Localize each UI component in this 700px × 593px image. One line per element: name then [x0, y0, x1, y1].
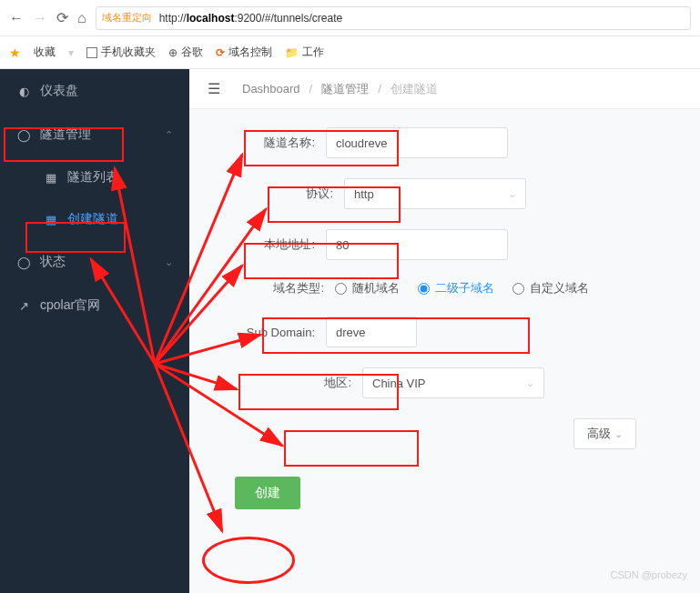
external-link-icon: ↗: [16, 299, 31, 313]
input-tunnel-name[interactable]: [326, 127, 508, 158]
domain-type-group: 随机域名 二级子域名 自定义域名: [335, 280, 673, 296]
select-region[interactable]: China VIP ⌄: [362, 367, 544, 398]
bookmark-fav[interactable]: 收藏: [34, 45, 56, 60]
crumb-root[interactable]: Dashboard: [242, 82, 300, 95]
sidebar-item-dashboard[interactable]: ◐ 仪表盘: [0, 69, 189, 113]
label-domain-type: 域名类型:: [253, 280, 335, 296]
browser-toolbar: ← → ⟳ ⌂ 域名重定向 http://localhost:9200/#/tu…: [0, 0, 700, 36]
redirect-tag: 域名重定向: [102, 11, 152, 25]
create-button[interactable]: 创建: [235, 477, 300, 509]
watermark: CSDN @probezy: [610, 569, 687, 580]
star-icon[interactable]: ★: [9, 45, 21, 60]
bookmarks-bar: ★ 收藏 ▾ 手机收藏夹 ⊕谷歌 ⟳域名控制 📁工作: [0, 36, 700, 69]
grid-icon: ▦: [44, 213, 58, 226]
chevron-down-icon: ⌄: [526, 377, 534, 389]
crumb-current: 创建隧道: [391, 81, 438, 97]
select-protocol[interactable]: http ⌄: [344, 178, 526, 209]
ring-icon: ◯: [16, 128, 31, 142]
radio-custom-domain[interactable]: 自定义域名: [512, 280, 589, 296]
bookmark-google[interactable]: ⊕谷歌: [168, 45, 203, 60]
ring-icon: ◯: [16, 256, 31, 269]
sidebar-item-tunnel-create[interactable]: ▦ 创建隧道: [0, 198, 189, 240]
input-subdomain[interactable]: [326, 317, 417, 347]
chevron-down-icon: ⌄: [614, 428, 623, 440]
sidebar-item-official-site[interactable]: ↗ cpolar官网: [0, 284, 189, 327]
grid-icon: ▦: [44, 171, 58, 185]
reload-icon[interactable]: ⟳: [56, 9, 68, 26]
chevron-down-icon: ⌄: [508, 188, 516, 200]
breadcrumb: ☰ Dashboard / 隧道管理 / 创建隧道: [189, 69, 700, 109]
advanced-button[interactable]: 高级⌄: [573, 418, 636, 449]
label-protocol: 协议:: [262, 186, 344, 202]
label-region: 地区:: [280, 375, 362, 391]
sidebar-item-tunnel-list[interactable]: ▦ 隧道列表: [0, 156, 189, 198]
bookmark-domainctrl[interactable]: ⟳域名控制: [216, 45, 272, 60]
address-bar[interactable]: 域名重定向 http://localhost:9200/#/tunnels/cr…: [96, 6, 691, 30]
sidebar: ◐ 仪表盘 ◯ 隧道管理 ⌃ ▦ 隧道列表 ▦ 创建隧道 ◯ 状态 ⌄ ↗ cp…: [0, 69, 189, 593]
label-local-addr: 本地地址:: [244, 236, 326, 253]
input-local-addr[interactable]: [326, 229, 508, 260]
menu-icon[interactable]: ☰: [208, 80, 220, 97]
label-tunnel-name: 隧道名称:: [244, 135, 326, 151]
main-content: ☰ Dashboard / 隧道管理 / 创建隧道 隧道名称: 协议: http…: [189, 69, 700, 593]
label-subdomain: Sub Domain:: [235, 326, 326, 339]
sidebar-item-tunnel-mgmt[interactable]: ◯ 隧道管理 ⌃: [0, 113, 189, 156]
sidebar-item-status[interactable]: ◯ 状态 ⌄: [0, 240, 189, 284]
radio-random-domain[interactable]: 随机域名: [335, 280, 400, 296]
radio-sub-domain[interactable]: 二级子域名: [418, 280, 494, 296]
tunnel-form: 隧道名称: 协议: http ⌄ 本地地址: 域名类型: 随机域名: [189, 109, 700, 528]
chevron-up-icon: ⌃: [165, 129, 173, 141]
home-icon[interactable]: ⌂: [77, 10, 86, 26]
chevron-down-icon: ⌄: [165, 256, 173, 268]
gauge-icon: ◐: [16, 85, 31, 98]
crumb-mid[interactable]: 隧道管理: [321, 81, 369, 97]
app-body: ◐ 仪表盘 ◯ 隧道管理 ⌃ ▦ 隧道列表 ▦ 创建隧道 ◯ 状态 ⌄ ↗ cp…: [0, 69, 700, 593]
forward-icon[interactable]: →: [33, 10, 47, 26]
url-text: http://localhost:9200/#/tunnels/create: [159, 12, 342, 25]
bookmark-mobile[interactable]: 手机收藏夹: [86, 45, 156, 60]
bookmark-work[interactable]: 📁工作: [285, 45, 324, 60]
back-icon[interactable]: ←: [9, 10, 24, 26]
